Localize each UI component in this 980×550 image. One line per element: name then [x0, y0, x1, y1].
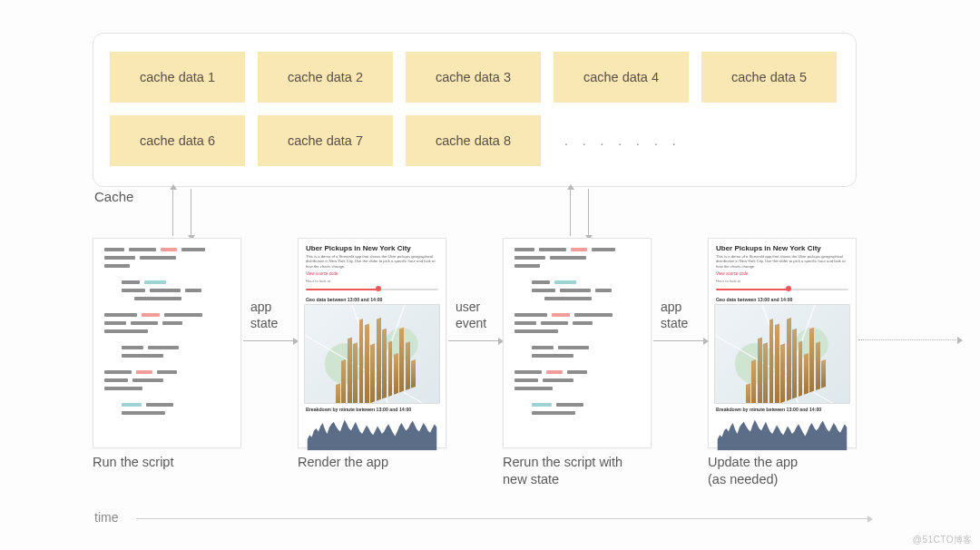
- app-panel-render: Uber Pickups in New York City This is a …: [298, 238, 446, 448]
- panel-label-render: Render the app: [298, 454, 388, 471]
- map-label: Geo data between 13:00 and 14:00: [299, 297, 446, 304]
- slider-thumb: [376, 286, 381, 291]
- slider-track: [716, 289, 848, 290]
- arrow-cache-up-2: [570, 189, 571, 236]
- cache-panel: cache data 1 cache data 2 cache data 3 c…: [93, 33, 857, 187]
- slider: [716, 287, 848, 292]
- map-area: [304, 304, 440, 404]
- arrow-label-appstate-2: app state: [661, 300, 688, 331]
- cache-row-2: cache data 6 cache data 7 cache data 8 .…: [110, 115, 839, 166]
- cache-item: cache data 7: [258, 115, 393, 166]
- script-panel-run: [93, 238, 241, 448]
- arrow-right-2: [448, 340, 499, 341]
- cache-ellipsis: . . . . . . .: [564, 133, 681, 148]
- arrow-cache-down-2: [588, 189, 589, 236]
- arrow-label-appstate-1: app state: [250, 300, 278, 331]
- slider-label: Hour to look at: [306, 279, 438, 283]
- map-area: [714, 304, 850, 404]
- cache-item: cache data 4: [554, 52, 689, 103]
- timeline-label: time: [94, 510, 118, 525]
- cache-label: Cache: [94, 189, 133, 204]
- arrow-right-3: [653, 340, 704, 341]
- app-subtitle: This is a demo of a Streamlit app that s…: [716, 254, 848, 269]
- app-link: View source code: [716, 271, 848, 276]
- watermark: @51CTO博客: [913, 534, 973, 546]
- chart-label: Breakdown by minute between 13:00 and 14…: [299, 407, 446, 414]
- app-panel-update: Uber Pickups in New York City This is a …: [708, 238, 857, 448]
- app-link: View source code: [306, 271, 438, 276]
- cache-item: cache data 8: [406, 115, 541, 166]
- minute-chart: [714, 414, 850, 454]
- arrow-label-userevent: user event: [456, 300, 486, 331]
- map-label: Geo data between 13:00 and 14:00: [709, 297, 856, 304]
- cache-item: cache data 6: [110, 115, 245, 166]
- arrow-right-continue: [858, 339, 958, 340]
- panel-label-rerun: Rerun the script with new state: [503, 454, 622, 488]
- cache-row-1: cache data 1 cache data 2 cache data 3 c…: [110, 52, 839, 103]
- app-title: Uber Pickups in New York City: [306, 244, 438, 252]
- panel-label-run: Run the script: [93, 454, 173, 471]
- app-title: Uber Pickups in New York City: [716, 244, 848, 252]
- timeline-axis: [136, 518, 867, 519]
- slider: [306, 287, 438, 292]
- cache-item: cache data 3: [406, 52, 541, 103]
- slider-track: [306, 289, 438, 290]
- arrow-right-1: [243, 340, 294, 341]
- cache-item: cache data 5: [701, 52, 837, 103]
- slider-label: Hour to look at: [716, 279, 848, 283]
- chart-label: Breakdown by minute between 13:00 and 14…: [709, 407, 856, 414]
- minute-chart: [304, 414, 440, 454]
- arrow-cache-up-1: [172, 189, 173, 236]
- script-panel-rerun: [503, 238, 652, 448]
- panel-label-update: Update the app (as needed): [708, 454, 798, 488]
- arrow-cache-down-1: [191, 189, 191, 236]
- cache-item: cache data 2: [258, 52, 393, 103]
- cache-item: cache data 1: [110, 52, 245, 103]
- app-subtitle: This is a demo of a Streamlit app that s…: [306, 254, 438, 269]
- slider-thumb: [786, 286, 791, 291]
